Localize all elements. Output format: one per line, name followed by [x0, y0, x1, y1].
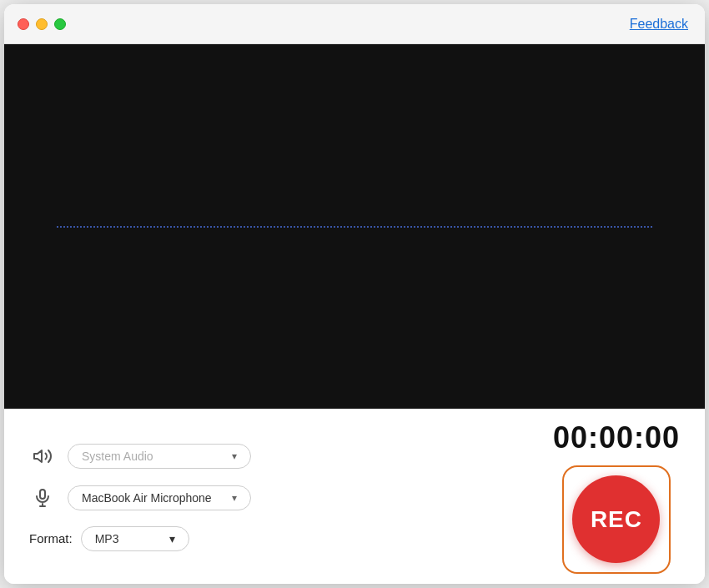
rec-button-container[interactable]: REC: [562, 465, 671, 574]
svg-rect-1: [40, 490, 45, 499]
close-button[interactable]: [18, 18, 29, 30]
audio-source-dropdown[interactable]: System Audio ▾: [68, 444, 251, 469]
microphone-icon: [29, 485, 56, 511]
controls-area: System Audio ▾ MacBook Air Microphone: [4, 409, 705, 584]
svg-marker-0: [34, 450, 42, 462]
microphone-value: MacBook Air Microphone: [82, 491, 212, 505]
audio-source-value: System Audio: [82, 450, 153, 463]
format-row: Format: MP3 ▾: [29, 526, 520, 551]
right-controls: 00:00:00 REC: [553, 420, 680, 574]
feedback-link[interactable]: Feedback: [630, 17, 688, 32]
format-label: Format:: [29, 531, 73, 545]
left-controls: System Audio ▾ MacBook Air Microphone: [29, 443, 520, 551]
titlebar: Feedback: [4, 4, 705, 44]
timer-display: 00:00:00: [553, 420, 680, 455]
minimize-button[interactable]: [36, 18, 48, 30]
rec-label: REC: [591, 506, 642, 533]
microphone-chevron-icon: ▾: [232, 492, 237, 504]
microphone-row: MacBook Air Microphone ▾: [29, 485, 520, 511]
app-window: Feedback System Audio ▾: [4, 4, 705, 584]
format-value: MP3: [95, 532, 119, 545]
waveform-line: [57, 226, 652, 228]
audio-source-chevron-icon: ▾: [232, 450, 237, 462]
format-chevron-icon: ▾: [169, 532, 175, 545]
microphone-dropdown[interactable]: MacBook Air Microphone ▾: [68, 485, 251, 510]
waveform-area: [4, 44, 705, 409]
maximize-button[interactable]: [54, 18, 66, 30]
format-dropdown[interactable]: MP3 ▾: [81, 526, 189, 551]
traffic-lights: [18, 18, 66, 30]
audio-source-row: System Audio ▾: [29, 443, 520, 470]
speaker-icon: [29, 443, 56, 470]
rec-button[interactable]: REC: [572, 475, 660, 563]
